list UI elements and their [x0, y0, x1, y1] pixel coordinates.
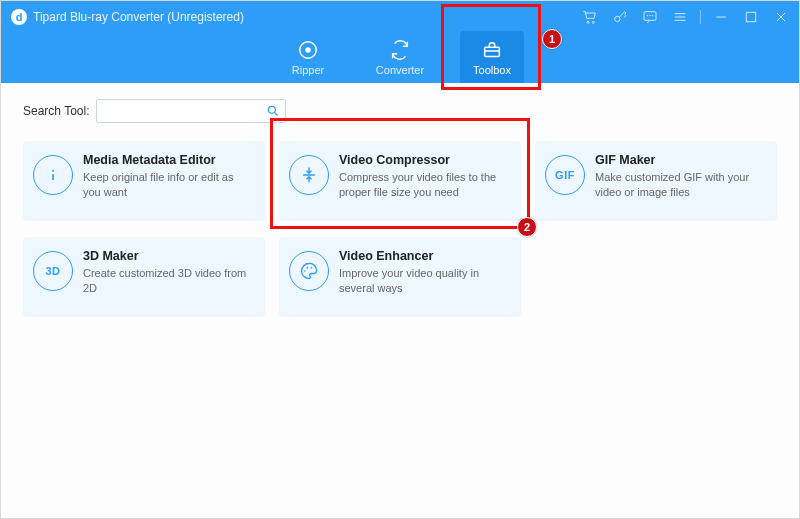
- body: Search Tool: Media Metadata Editor Keep …: [1, 83, 799, 333]
- ripper-icon: [297, 39, 319, 61]
- tab-toolbox[interactable]: Toolbox: [460, 31, 524, 83]
- cart-icon[interactable]: [582, 9, 598, 25]
- annotation-step-1: 1: [542, 29, 562, 49]
- tool-gif-maker[interactable]: GIF GIF Maker Make customized GIF with y…: [535, 141, 777, 221]
- card-text: 3D Maker Create customized 3D video from…: [83, 249, 253, 305]
- card-text: GIF Maker Make customized GIF with your …: [595, 153, 765, 209]
- tab-label: Converter: [376, 64, 424, 76]
- header: d Tipard Blu-ray Converter (Unregistered…: [1, 1, 799, 83]
- app-window: d Tipard Blu-ray Converter (Unregistered…: [0, 0, 800, 519]
- svg-point-5: [650, 15, 651, 16]
- svg-rect-10: [485, 47, 500, 56]
- compress-icon: [289, 155, 329, 195]
- search-box: [96, 99, 286, 123]
- menu-icon[interactable]: [672, 9, 688, 25]
- tool-video-compressor[interactable]: Video Compressor Compress your video fil…: [279, 141, 521, 221]
- close-icon[interactable]: [773, 9, 789, 25]
- svg-point-9: [305, 47, 311, 53]
- card-title: Media Metadata Editor: [83, 153, 253, 167]
- tab-label: Toolbox: [473, 64, 511, 76]
- tab-ripper[interactable]: Ripper: [276, 31, 340, 83]
- card-desc: Create customized 3D video from 2D: [83, 266, 253, 296]
- svg-point-0: [587, 21, 589, 23]
- card-title: GIF Maker: [595, 153, 765, 167]
- search-label: Search Tool:: [23, 104, 90, 118]
- svg-point-13: [304, 270, 306, 272]
- converter-icon: [389, 39, 411, 61]
- svg-point-1: [592, 21, 594, 23]
- card-text: Video Compressor Compress your video fil…: [339, 153, 509, 209]
- svg-point-6: [652, 15, 653, 16]
- svg-point-14: [307, 267, 309, 269]
- tool-video-enhancer[interactable]: Video Enhancer Improve your video qualit…: [279, 237, 521, 317]
- titlebar: d Tipard Blu-ray Converter (Unregistered…: [1, 1, 799, 27]
- card-desc: Make customized GIF with your video or i…: [595, 170, 765, 200]
- svg-point-11: [268, 106, 275, 113]
- tools-grid: Media Metadata Editor Keep original file…: [23, 141, 777, 317]
- feedback-icon[interactable]: [642, 9, 658, 25]
- app-title: Tipard Blu-ray Converter (Unregistered): [33, 10, 244, 24]
- window-controls: [582, 9, 789, 25]
- svg-rect-7: [746, 12, 755, 21]
- card-title: Video Compressor: [339, 153, 509, 167]
- tool-3d-maker[interactable]: 3D 3D Maker Create customized 3D video f…: [23, 237, 265, 317]
- key-icon[interactable]: [612, 9, 628, 25]
- search-input[interactable]: [96, 99, 286, 123]
- divider: [700, 10, 701, 24]
- svg-point-4: [647, 15, 648, 16]
- app-logo-icon: d: [11, 9, 27, 25]
- search-icon[interactable]: [264, 102, 282, 120]
- card-desc: Improve your video quality in several wa…: [339, 266, 509, 296]
- tab-label: Ripper: [292, 64, 324, 76]
- search-row: Search Tool:: [23, 99, 777, 123]
- card-text: Video Enhancer Improve your video qualit…: [339, 249, 509, 305]
- toolbox-icon: [481, 39, 503, 61]
- card-desc: Keep original file info or edit as you w…: [83, 170, 253, 200]
- maximize-icon[interactable]: [743, 9, 759, 25]
- svg-point-2: [615, 16, 620, 21]
- three-d-icon-text: 3D: [45, 265, 60, 277]
- info-icon: [33, 155, 73, 195]
- card-text: Media Metadata Editor Keep original file…: [83, 153, 253, 209]
- card-desc: Compress your video files to the proper …: [339, 170, 509, 200]
- gif-icon-text: GIF: [555, 169, 575, 181]
- tool-media-metadata-editor[interactable]: Media Metadata Editor Keep original file…: [23, 141, 265, 221]
- minimize-icon[interactable]: [713, 9, 729, 25]
- annotation-step-2: 2: [517, 217, 537, 237]
- card-title: Video Enhancer: [339, 249, 509, 263]
- three-d-icon: 3D: [33, 251, 73, 291]
- main-tabs: Ripper Converter Toolbox: [1, 27, 799, 83]
- gif-icon: GIF: [545, 155, 585, 195]
- tab-converter[interactable]: Converter: [368, 31, 432, 83]
- palette-icon: [289, 251, 329, 291]
- svg-point-12: [52, 170, 54, 172]
- svg-point-15: [311, 267, 313, 269]
- card-title: 3D Maker: [83, 249, 253, 263]
